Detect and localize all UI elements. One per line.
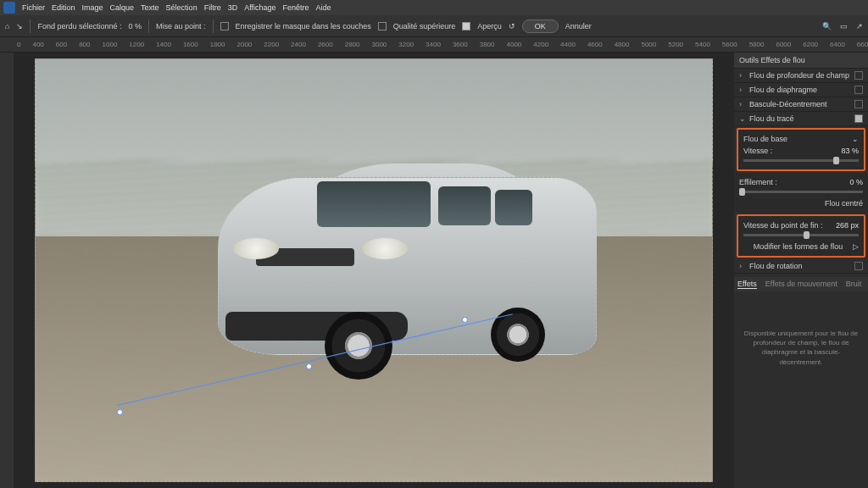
fond-value[interactable]: 0 % [129,22,142,30]
tab-motion-effects[interactable]: Effets de mouvement [765,280,837,289]
home-icon[interactable]: ⌂ [5,22,9,30]
panel-title: Outils Effets de flou [734,53,868,69]
ok-button[interactable]: OK [522,19,559,33]
menu-3d[interactable]: 3D [228,3,238,12]
section-spin-blur[interactable]: ›Flou de rotation [734,259,868,274]
ruler-horizontal: 0400600800100012001400160018002000220024… [0,37,868,53]
taper-slider[interactable] [739,191,863,193]
menu-bar: Fichier Edition Image Calque Texte Sélec… [0,0,868,15]
speed-label: Vitesse : [743,147,772,155]
blur-effects-panel: Outils Effets de flou ›Flou de profondeu… [734,53,868,488]
options-bar: ⌂ ↘ Fond perdu sélectionné : 0 % Mise au… [0,15,868,37]
menu-fichier[interactable]: Fichier [22,3,45,12]
base-blur-label: Flou de base [743,135,787,143]
tool-icon[interactable]: ↘ [16,22,23,30]
menu-texte[interactable]: Texte [141,3,159,12]
tab-effects[interactable]: Effets [737,280,757,289]
highlight-box-1: Flou de base⌄ Vitesse :83 % [737,128,865,171]
ruler-vertical [0,53,14,488]
menu-aide[interactable]: Aide [316,3,331,12]
section-depth-blur[interactable]: ›Flou de profondeur de champ [734,69,868,83]
path-handle-end[interactable] [462,317,468,323]
canvas-area[interactable] [14,53,734,488]
menu-affichage[interactable]: Affichage [244,3,275,12]
menu-selection[interactable]: Sélection [166,3,198,12]
menu-fenetre[interactable]: Fenêtre [283,3,309,12]
quality-checkbox[interactable] [378,22,387,30]
cursor-icon: ▷ [853,242,859,251]
mise-label: Mise au point : [156,22,206,30]
document-canvas[interactable] [35,58,713,482]
section-iris-blur[interactable]: ›Flou de diaphragme [734,83,868,97]
panel-tabs: Effets Effets de mouvement Bruit [734,277,868,291]
section-tilt-shift[interactable]: ›Bascule-Décentrement [734,97,868,112]
highlight-box-2: Vitesse du point de fin :268 px Modifier… [737,214,865,258]
endpoint-speed-label: Vitesse du point de fin : [743,221,822,230]
centered-label: Flou centré [825,199,863,208]
menu-image[interactable]: Image [82,3,103,12]
speed-slider[interactable] [743,159,859,162]
reset-icon[interactable]: ↺ [509,22,515,30]
speed-value[interactable]: 83 % [841,147,859,155]
endpoint-speed-value[interactable]: 268 px [836,221,859,230]
taper-value[interactable]: 0 % [849,178,863,186]
edit-shapes-label: Modifier les formes de flou [754,242,843,251]
save-mask-label: Enregistrer le masque dans les couches [236,22,371,30]
search-icon[interactable]: 🔍 [822,22,832,30]
quality-label: Qualité supérieure [393,22,456,30]
path-handle-mid[interactable] [306,363,312,369]
menu-edition[interactable]: Edition [52,3,75,12]
endpoint-speed-slider[interactable] [743,234,859,236]
save-mask-checkbox[interactable] [220,22,229,30]
share-icon[interactable]: ↗ [856,22,863,30]
menu-filtre[interactable]: Filtre [204,3,221,12]
workspace-icon[interactable]: ▭ [840,22,848,30]
preview-checkbox[interactable] [462,22,470,30]
app-logo [3,2,15,14]
tab-noise[interactable]: Bruit [846,280,862,289]
chevron-down-icon[interactable]: ⌄ [852,135,859,143]
taper-label: Effilement : [739,178,777,186]
section-path-blur[interactable]: ⌄Flou du tracé [734,112,868,126]
panel-footer-note: Disponible uniquement pour le flou de pr… [734,317,868,379]
preview-label: Aperçu [477,22,502,30]
car-subject [218,177,597,354]
cancel-button[interactable]: Annuler [565,22,592,30]
fond-label: Fond perdu sélectionné : [37,22,121,30]
menu-calque[interactable]: Calque [110,3,135,12]
